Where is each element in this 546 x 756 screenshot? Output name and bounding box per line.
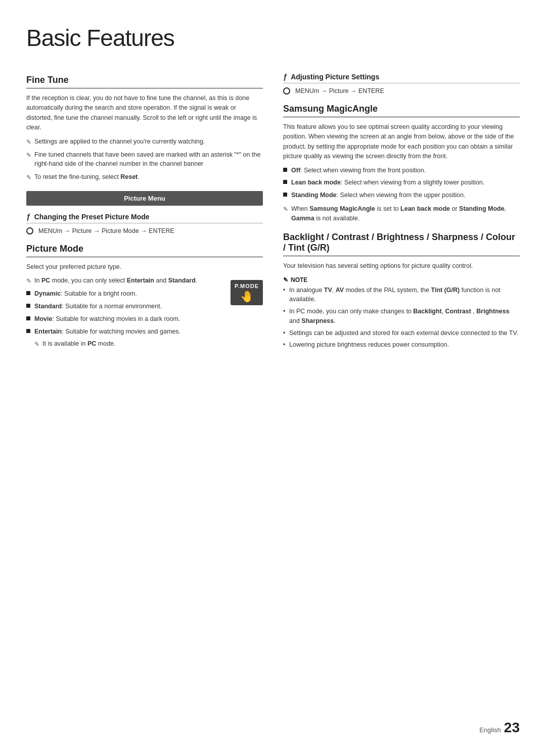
circle-icon-2 <box>283 87 290 94</box>
page-footer: English 23 <box>479 720 520 736</box>
italic-f-1: ƒ <box>26 213 30 221</box>
footer-lang: English <box>479 726 501 734</box>
bullet-standard: Standard: Suitable for a normal environm… <box>26 302 223 311</box>
bullet-square-2 <box>26 304 30 308</box>
bullet-dynamic: Dynamic: Suitable for a bright room. <box>26 289 223 299</box>
note-pencil-icon-5: ✎ <box>34 340 39 349</box>
picture-menu-box: Picture Menu <box>26 191 263 206</box>
fine-tune-body: If the reception is clear, you do not ha… <box>26 93 263 133</box>
bullet-off: Off: Select when viewing from the front … <box>283 166 520 175</box>
bullet-square-5 <box>283 168 287 172</box>
hand-icon: 🤚 <box>235 290 259 303</box>
magic-angle-heading: Samsung MagicAngle <box>283 104 520 117</box>
fine-tune-note-3: ✎ To reset the fine-tuning, select Reset… <box>26 172 263 182</box>
pmode-label: P.MODE <box>235 283 259 289</box>
bullet-square-4 <box>26 329 30 333</box>
bullet-square-1 <box>26 291 30 295</box>
note-pencil-icon-6: ✎ <box>283 205 288 214</box>
note-pencil-icon-4: ✎ <box>26 276 31 286</box>
backlight-note-3: Settings can be adjusted and stored for … <box>283 328 520 338</box>
backlight-note-1: In analogue TV, AV modes of the PAL syst… <box>283 286 520 305</box>
changing-preset-heading: ƒ Changing the Preset Picture Mode <box>26 213 263 223</box>
note-pencil-icon-3: ✎ <box>26 173 31 182</box>
bullet-standing: Standing Mode: Select when viewing from … <box>283 191 520 200</box>
fine-tune-note-2: ✎ Fine tuned channels that have been sav… <box>26 150 263 169</box>
bullet-movie: Movie: Suitable for watching movies in a… <box>26 314 223 324</box>
picture-mode-row: ✎ In PC mode, you can only select Entert… <box>26 276 263 352</box>
picture-mode-body: Select your preferred picture type. <box>26 262 263 272</box>
fine-tune-note-1: ✎ Settings are applied to the channel yo… <box>26 137 263 147</box>
page-number: 23 <box>504 720 520 736</box>
backlight-notes-list: In analogue TV, AV modes of the PAL syst… <box>283 286 520 350</box>
adjusting-heading: ƒ Adjusting Picture Settings <box>283 73 520 83</box>
backlight-body: Your television has several setting opti… <box>283 261 520 271</box>
magic-angle-note: ✎ When Samsung MagicAngle is set to Lean… <box>283 204 520 223</box>
circle-icon-1 <box>26 227 33 234</box>
backlight-note-2: In PC mode, you can only make changes to… <box>283 307 520 326</box>
bullet-square-3 <box>26 316 30 320</box>
bullet-lean-back: Lean back mode: Select when viewing from… <box>283 178 520 187</box>
bullet-entertain: Entertain: Suitable for watching movies … <box>26 327 223 337</box>
note-pencil-icon-7: ✎ <box>283 276 288 284</box>
left-column: Fine Tune If the reception is clear, you… <box>26 66 263 352</box>
note-pencil-icon-2: ✎ <box>26 151 31 160</box>
italic-f-2: ƒ <box>283 73 287 81</box>
note-label: ✎ NOTE <box>283 276 520 284</box>
backlight-note-box: ✎ NOTE In analogue TV, AV modes of the P… <box>283 276 520 350</box>
backlight-heading: Backlight / Contrast / Brightness / Shar… <box>283 232 520 256</box>
bullet-square-6 <box>283 180 287 184</box>
right-column: ƒ Adjusting Picture Settings MENUm → Pic… <box>283 66 520 352</box>
bullet-square-7 <box>283 193 287 197</box>
picture-mode-note: ✎ In PC mode, you can only select Entert… <box>26 276 223 286</box>
picture-mode-heading: Picture Mode <box>26 244 263 257</box>
adjusting-menu-path: MENUm → Picture → ENTERE <box>283 87 520 94</box>
main-title: Basic Features <box>26 24 520 52</box>
pmode-badge: P.MODE 🤚 <box>231 280 263 305</box>
entertain-note: ✎ It is available in PC mode. <box>26 339 223 349</box>
note-pencil-icon-1: ✎ <box>26 137 31 147</box>
backlight-note-4: Lowering picture brightness reduces powe… <box>283 340 520 350</box>
fine-tune-heading: Fine Tune <box>26 75 263 88</box>
magic-angle-body: This feature allows you to see optimal s… <box>283 122 520 162</box>
changing-preset-menu-path: MENUm → Picture → Picture Mode → ENTERE <box>26 227 263 234</box>
picture-mode-content: ✎ In PC mode, you can only select Entert… <box>26 276 223 352</box>
